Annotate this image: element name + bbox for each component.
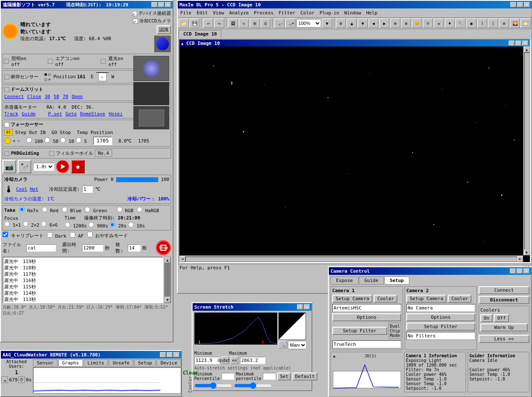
- menu-process[interactable]: Process: [251, 9, 276, 16]
- set-btn[interactable]: Set: [277, 372, 291, 381]
- ccd-close[interactable]: ×: [522, 41, 528, 46]
- time-900-radio[interactable]: [88, 222, 94, 227]
- step5-radio[interactable]: [76, 137, 81, 143]
- cam2-setup-filter-btn[interactable]: Setup Filter: [406, 323, 475, 331]
- tb-redo[interactable]: ↪: [214, 19, 224, 28]
- cool-btn[interactable]: Cool: [16, 186, 28, 192]
- step50-radio[interactable]: [44, 137, 50, 143]
- tb-zoom-out[interactable]: 🔍-: [274, 19, 284, 28]
- log-scrollbar[interactable]: ▲ ▼: [164, 257, 171, 303]
- filter-checkbox[interactable]: [49, 151, 54, 156]
- vscroll[interactable]: ▲ ▼: [523, 47, 530, 255]
- remote-maximize[interactable]: □: [158, 2, 164, 7]
- disconnect-button[interactable]: Disconnect: [479, 296, 529, 304]
- menu-edit[interactable]: Edit: [194, 9, 211, 16]
- motor-guide[interactable]: Guide: [22, 111, 36, 117]
- hot-btn[interactable]: Hot: [30, 186, 39, 192]
- tb-t15[interactable]: ⟨: [488, 19, 498, 28]
- approve-button[interactable]: 認識: [157, 25, 171, 34]
- menu-file[interactable]: File: [178, 9, 194, 16]
- maxim-maximize[interactable]: □: [517, 2, 523, 7]
- take-rgb-radio[interactable]: [117, 207, 122, 212]
- menu-analyze[interactable]: Analyze: [227, 9, 251, 16]
- dome-checkbox[interactable]: [4, 87, 9, 92]
- warm-up-btn[interactable]: Warm Up: [480, 323, 528, 331]
- menu-filter[interactable]: Filter: [276, 9, 298, 16]
- take-red-radio[interactable]: [42, 207, 47, 212]
- cam-expose-tab[interactable]: Expose: [331, 277, 358, 285]
- tb-image[interactable]: 🖼: [228, 19, 238, 28]
- phd-checkbox[interactable]: [4, 151, 9, 156]
- cam1-options-btn[interactable]: Options: [332, 313, 401, 321]
- tb-t16[interactable]: ≡: [499, 19, 509, 28]
- phd-interval-select[interactable]: 1.0s: [33, 163, 54, 171]
- time-1200-radio[interactable]: [65, 222, 70, 227]
- cloud-setup-tab[interactable]: Setup: [134, 359, 156, 367]
- tb-zoom-in[interactable]: 🔍+: [285, 19, 295, 28]
- tb-t1[interactable]: ⚙: [336, 19, 346, 28]
- cloud-sensor-tab[interactable]: Sensor: [33, 359, 58, 367]
- ccd-tab[interactable]: CCD Image 10: [179, 30, 221, 38]
- count-input[interactable]: [128, 244, 141, 252]
- tb-t8[interactable]: 😊: [412, 19, 422, 28]
- maxim-close[interactable]: ×: [524, 2, 530, 7]
- aircon-checkbox[interactable]: [48, 59, 53, 64]
- min-value-input[interactable]: [194, 357, 220, 364]
- max-value-input[interactable]: [240, 357, 265, 364]
- phd-camera-btn[interactable]: 📷: [3, 160, 16, 173]
- time-10-radio[interactable]: [128, 222, 134, 227]
- tb-t14[interactable]: ⟩: [477, 19, 488, 28]
- menu-help[interactable]: Help: [364, 9, 380, 16]
- maxim-minimize[interactable]: _: [510, 2, 516, 7]
- tb-t3[interactable]: ▼: [358, 19, 368, 28]
- menu-color[interactable]: Color: [298, 9, 317, 16]
- tb-zoom-fit[interactable]: ⊞: [250, 19, 260, 28]
- time-20-radio[interactable]: [110, 222, 115, 227]
- dome-open[interactable]: Open: [72, 94, 83, 99]
- tb-t7[interactable]: ⊗: [401, 19, 411, 28]
- calibrate-checkbox[interactable]: [3, 232, 8, 237]
- cam1-setup-btn[interactable]: Setup Camera: [332, 295, 372, 303]
- tb-t5[interactable]: ▶: [379, 19, 389, 28]
- tb-t6[interactable]: ⊕: [390, 19, 400, 28]
- take-green-radio[interactable]: [85, 207, 90, 212]
- hscroll[interactable]: ◄ ►: [179, 255, 523, 262]
- cloud-graphs-tab[interactable]: Graphs: [58, 359, 83, 367]
- exp-time-input[interactable]: [82, 244, 103, 252]
- take-hargb-radio[interactable]: [137, 207, 142, 212]
- tb-t12[interactable]: 🔧: [455, 19, 466, 28]
- take-ha7n-radio[interactable]: [19, 207, 25, 212]
- dark-checkbox[interactable]: [47, 232, 52, 238]
- ccd-maximize[interactable]: □: [515, 41, 521, 46]
- af-checkbox[interactable]: [70, 232, 75, 238]
- stretch-zoom-btn[interactable]: 🔍: [278, 341, 287, 348]
- step10-radio[interactable]: [60, 137, 66, 143]
- tb-t18[interactable]: 🌅: [521, 19, 531, 28]
- dual-chip-mode-btn[interactable]: DualChipMode: [389, 323, 401, 339]
- motor-hosei[interactable]: Hosei: [109, 111, 123, 117]
- set-temp-input[interactable]: [82, 186, 93, 193]
- light-checkbox[interactable]: [4, 59, 9, 64]
- cooling-camera-checkbox[interactable]: ✓: [133, 19, 138, 24]
- phd-camera2-btn[interactable]: 🔭: [18, 160, 31, 173]
- motor-domeslave[interactable]: DomeSlave: [80, 111, 105, 117]
- tb-save[interactable]: 💾: [190, 19, 200, 28]
- fugoesensor-checkbox[interactable]: [4, 74, 9, 79]
- tb-crosshair[interactable]: ✛: [239, 19, 249, 28]
- cloud-limits-tab[interactable]: Limits: [84, 359, 108, 367]
- cam-setup-tab[interactable]: Setup: [384, 277, 409, 285]
- menu-window[interactable]: Window: [342, 9, 364, 16]
- max-slider[interactable]: [234, 382, 272, 389]
- sleep-checkbox[interactable]: [87, 232, 93, 237]
- tb-open[interactable]: 📁: [179, 19, 189, 28]
- cam1-setup-filter-btn[interactable]: Setup Filter: [332, 327, 387, 335]
- stretch-close[interactable]: ×: [304, 304, 310, 309]
- cloud-unsafe-tab[interactable]: Unsafe: [109, 359, 133, 367]
- min-pct-input[interactable]: [221, 373, 234, 380]
- tb-t9[interactable]: ☺: [423, 19, 433, 28]
- cam-ctrl-close[interactable]: ×: [524, 268, 529, 274]
- tb-t10[interactable]: ★: [434, 19, 444, 28]
- shade-checkbox[interactable]: [101, 59, 106, 64]
- take-blue-radio[interactable]: [62, 207, 67, 212]
- remote-minimize[interactable]: _: [152, 2, 157, 7]
